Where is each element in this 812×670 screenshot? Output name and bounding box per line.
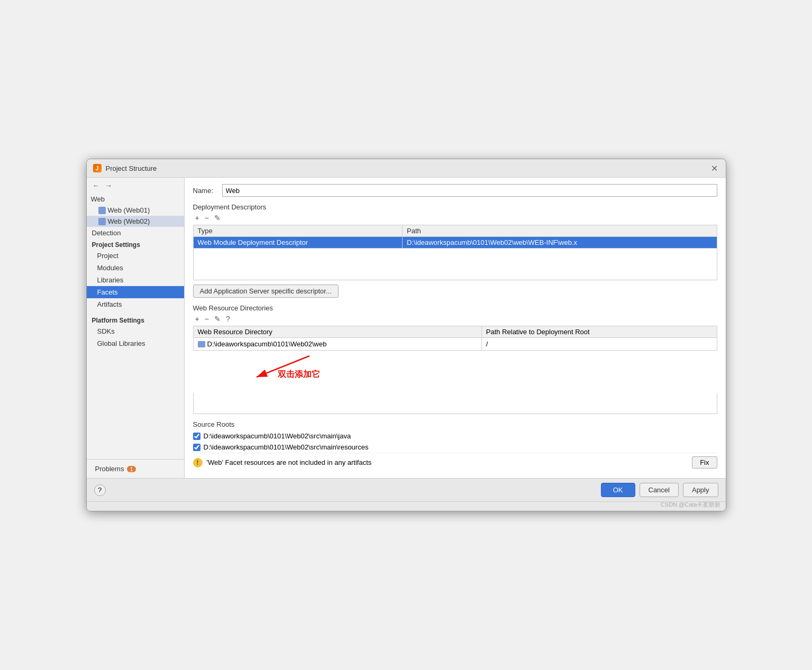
sidebar-item-artifacts[interactable]: Artifacts: [87, 298, 184, 310]
problems-badge: 1: [127, 466, 135, 472]
table-row[interactable]: Web Module Deployment Descriptor D:\idea…: [193, 237, 717, 249]
wr-rel-path-cell: /: [481, 338, 717, 351]
fix-button[interactable]: Fix: [692, 456, 717, 469]
app-icon: J: [93, 164, 102, 172]
source-root-row-1: D:\ideaworkspacumb\0101\Web02\src\main\r…: [193, 442, 717, 453]
name-input[interactable]: [222, 184, 717, 197]
deployment-toolbar: + − ✎: [193, 213, 717, 223]
ok-button[interactable]: OK: [601, 483, 635, 497]
sidebar-bottom: Problems 1: [87, 459, 184, 478]
web-resource-title: Web Resource Directories: [193, 304, 717, 312]
problems-label: Problems: [95, 465, 124, 473]
deployment-descriptors-section: Deployment Descriptors + − ✎ Type Path: [193, 203, 717, 298]
web-icon: [98, 218, 106, 225]
tree-item-web01[interactable]: Web (Web01): [87, 205, 184, 216]
remove-dd-button[interactable]: −: [203, 213, 211, 223]
wr-dir-cell: D:\ideaworkspacumb\0101\Web02\web: [193, 338, 481, 351]
wr-dir-header: Web Resource Directory: [193, 326, 481, 338]
source-root-checkbox-1[interactable]: [193, 444, 200, 451]
deployment-descriptors-title: Deployment Descriptors: [193, 203, 717, 211]
watermark-bar: CSDN @Cata卡茗朋朋: [87, 501, 726, 511]
tree-item-label: Web (Web02): [108, 217, 150, 225]
help-button[interactable]: ?: [94, 484, 106, 496]
warning-text: 'Web' Facet resources are not included i…: [207, 458, 372, 466]
problems-item[interactable]: Problems 1: [91, 463, 180, 475]
cancel-button[interactable]: Cancel: [640, 483, 679, 497]
web-resource-section: Web Resource Directories + − ✎ ? Web Res…: [193, 304, 717, 414]
add-server-button[interactable]: Add Application Server specific descript…: [193, 284, 339, 298]
sidebar: ← → Web Web (Web01) Web (Web02) Detectio…: [87, 178, 185, 478]
project-settings-label: Project Settings: [87, 239, 184, 250]
sidebar-detection[interactable]: Detection: [87, 227, 184, 239]
add-wr-button[interactable]: +: [193, 314, 202, 324]
folder-icon: [198, 341, 205, 347]
sidebar-item-facets[interactable]: Facets: [87, 286, 184, 298]
project-structure-dialog: J Project Structure ✕ ← → Web Web (Web01…: [86, 159, 726, 511]
source-roots-section: Source Roots D:\ideaworkspacumb\0101\Web…: [193, 420, 717, 472]
dd-type-cell: Web Module Deployment Descriptor: [193, 237, 403, 249]
add-dd-button[interactable]: +: [193, 213, 202, 223]
edit-wr-button[interactable]: ✎: [212, 314, 223, 324]
sidebar-item-sdks[interactable]: SDKs: [87, 325, 184, 337]
main-content: Name: Deployment Descriptors + − ✎ Type …: [185, 178, 726, 478]
source-root-row-0: D:\ideaworkspacumb\0101\Web02\src\main\j…: [193, 430, 717, 442]
name-row: Name:: [193, 184, 717, 197]
path-column-header: Path: [403, 225, 717, 237]
sidebar-item-global-libraries[interactable]: Global Libraries: [87, 337, 184, 350]
apply-button[interactable]: Apply: [683, 483, 718, 497]
forward-button[interactable]: →: [104, 181, 114, 190]
deployment-table: Type Path Web Module Deployment Descript…: [193, 225, 717, 249]
warning-row: ! 'Web' Facet resources are not included…: [193, 453, 717, 472]
source-root-checkbox-0[interactable]: [193, 433, 200, 440]
name-label: Name:: [193, 187, 217, 195]
warning-icon: !: [193, 458, 203, 467]
sidebar-item-libraries[interactable]: Libraries: [87, 274, 184, 286]
remove-wr-button[interactable]: −: [203, 314, 211, 324]
annotation-arrow: [193, 351, 352, 393]
tree-item-label: Web (Web01): [108, 206, 150, 214]
web-resource-toolbar: + − ✎ ?: [193, 314, 717, 324]
dialog-footer: ? OK Cancel Apply: [87, 478, 726, 501]
source-root-path-1: D:\ideaworkspacumb\0101\Web02\src\main\r…: [204, 443, 369, 451]
dd-path-cell: D:\ideaworkspacumb\0101\Web02\web\WEB-IN…: [403, 237, 717, 249]
sidebar-item-modules[interactable]: Modules: [87, 262, 184, 274]
add-server-btn-container: Add Application Server specific descript…: [193, 284, 717, 298]
sidebar-item-project[interactable]: Project: [87, 250, 184, 262]
help-wr-button[interactable]: ?: [224, 314, 232, 324]
annotation-area: 双击添加它: [193, 351, 717, 393]
web-icon: [98, 207, 106, 214]
tree-item-web02[interactable]: Web (Web02): [87, 216, 184, 227]
tree-root[interactable]: Web: [87, 194, 184, 205]
sidebar-nav: ← →: [87, 178, 184, 194]
close-button[interactable]: ✕: [710, 163, 719, 173]
edit-dd-button[interactable]: ✎: [212, 213, 223, 223]
watermark-text: CSDN @Cata卡茗朋朋: [659, 500, 723, 510]
title-bar-left: J Project Structure: [93, 164, 157, 172]
footer-left: ?: [94, 484, 106, 496]
web-resource-table: Web Resource Directory Path Relative to …: [193, 326, 717, 351]
title-bar: J Project Structure ✕: [87, 159, 726, 178]
tree-root-label: Web: [91, 195, 105, 203]
dialog-title: Project Structure: [106, 164, 157, 172]
source-root-path-0: D:\ideaworkspacumb\0101\Web02\src\main\j…: [204, 432, 351, 440]
dialog-body: ← → Web Web (Web01) Web (Web02) Detectio…: [87, 178, 726, 478]
source-roots-title: Source Roots: [193, 420, 717, 428]
double-click-label: 双击添加它: [278, 369, 320, 380]
dd-empty-area: [193, 249, 717, 280]
wr-path-header: Path Relative to Deployment Root: [481, 326, 717, 338]
wr-empty-area: [193, 393, 717, 414]
platform-settings-label: Platform Settings: [87, 315, 184, 325]
back-button[interactable]: ←: [91, 181, 102, 190]
type-column-header: Type: [193, 225, 403, 237]
table-row[interactable]: D:\ideaworkspacumb\0101\Web02\web /: [193, 338, 717, 351]
